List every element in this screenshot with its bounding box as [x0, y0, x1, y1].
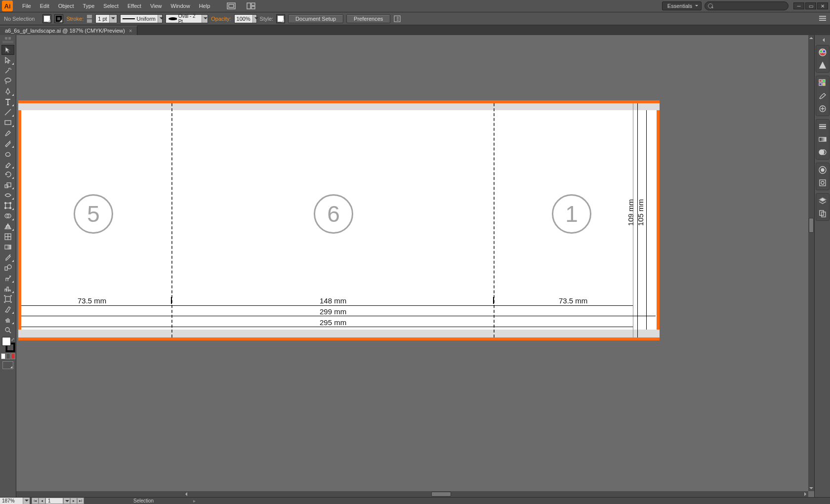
zoom-tool[interactable]: [1, 325, 14, 335]
zoom-field[interactable]: 187%: [0, 498, 23, 504]
symbol-sprayer-tool[interactable]: [1, 273, 14, 283]
gradient-panel-icon[interactable]: [817, 134, 828, 144]
vertical-scrollbar[interactable]: [808, 35, 814, 491]
align-to-button[interactable]: [393, 14, 403, 23]
close-tab-icon[interactable]: ×: [129, 28, 132, 34]
lasso-tool[interactable]: [1, 76, 14, 86]
color-guide-panel-icon[interactable]: [817, 60, 828, 70]
brush-definition[interactable]: Oval - 2 Pt.: [166, 14, 208, 23]
draw-mode-buttons[interactable]: [1, 353, 15, 359]
svg-point-13: [5, 203, 6, 204]
menu-select[interactable]: Select: [99, 0, 123, 12]
graphic-styles-panel-icon[interactable]: [817, 178, 828, 188]
transparency-panel-icon[interactable]: [817, 147, 828, 157]
dock-collapse-icon[interactable]: [820, 38, 825, 42]
document-tab[interactable]: a6_6s_gf_landscape.ai @ 187% (CMYK/Previ…: [0, 26, 137, 35]
eyedropper-tool[interactable]: [1, 252, 14, 262]
app-logo: Ai: [2, 0, 13, 11]
graphic-style-swatch[interactable]: [276, 14, 285, 23]
artboard-dropdown[interactable]: [63, 498, 70, 504]
magic-wand-tool[interactable]: [1, 66, 14, 76]
menu-window[interactable]: Window: [166, 0, 195, 12]
status-bar: 187% I◂ ◂ 1 ▸ ▸I Selection ▸: [0, 497, 830, 504]
artboard-last-button[interactable]: ▸I: [77, 498, 84, 504]
column-graph-tool[interactable]: [1, 284, 14, 294]
layers-panel-icon[interactable]: [817, 196, 828, 206]
svg-point-22: [7, 265, 11, 269]
toolbox-drag-grip[interactable]: [2, 41, 13, 44]
window-close-button[interactable]: ✕: [817, 2, 828, 9]
gradient-tool[interactable]: [1, 242, 14, 252]
symbols-panel-icon[interactable]: [817, 104, 828, 114]
window-minimize-button[interactable]: ─: [793, 2, 804, 9]
rotate-tool[interactable]: [1, 169, 14, 179]
blob-brush-tool[interactable]: [1, 149, 14, 159]
preferences-button[interactable]: Preferences: [346, 14, 390, 23]
menu-object[interactable]: Object: [54, 0, 79, 12]
perspective-grid-tool[interactable]: [1, 221, 14, 231]
mesh-tool[interactable]: [1, 232, 14, 242]
document-setup-button[interactable]: Document Setup: [288, 14, 343, 23]
paintbrush-tool[interactable]: [1, 128, 14, 138]
arrange-docs-button[interactable]: [244, 1, 258, 10]
menu-help[interactable]: Help: [195, 0, 215, 12]
stroke-panel-icon[interactable]: [817, 122, 828, 131]
svg-point-15: [5, 208, 6, 209]
canvas[interactable]: 5 6 1 73.5 mm 148 mm 73.5 mm 299 mm 295 …: [16, 35, 808, 491]
slice-tool[interactable]: [1, 304, 14, 314]
direct-selection-tool[interactable]: [1, 55, 14, 65]
stroke-label: Stroke:: [66, 16, 83, 22]
menu-file[interactable]: File: [18, 0, 36, 12]
toolbox-collapse-grip[interactable]: [1, 36, 15, 40]
dimension-total-trim: 295 mm: [320, 318, 346, 327]
zoom-dropdown[interactable]: [23, 498, 30, 504]
artboard-tool[interactable]: [1, 294, 14, 304]
rectangle-tool[interactable]: [1, 118, 14, 127]
blend-tool[interactable]: [1, 263, 14, 273]
opacity-field[interactable]: 100%: [234, 14, 257, 23]
scale-tool[interactable]: [1, 180, 14, 190]
menu-view[interactable]: View: [146, 0, 166, 12]
dimension-total-bleed: 299 mm: [320, 307, 346, 316]
hand-tool[interactable]: [1, 315, 14, 325]
window-maximize-button[interactable]: ▭: [805, 2, 816, 9]
fill-swatch[interactable]: [42, 14, 51, 23]
eraser-tool[interactable]: [1, 159, 14, 169]
screen-mode-button[interactable]: [2, 361, 13, 369]
stroke-swatch[interactable]: [54, 14, 63, 23]
fill-stroke-control[interactable]: ⤢: [1, 337, 15, 352]
type-tool[interactable]: [1, 97, 14, 107]
search-input[interactable]: [705, 1, 788, 10]
menu-effect[interactable]: Effect: [123, 0, 146, 12]
pencil-tool[interactable]: [1, 138, 14, 148]
svg-rect-31: [823, 83, 825, 85]
swatches-panel-icon[interactable]: [817, 78, 828, 88]
workspace-switcher[interactable]: Essentials: [662, 1, 702, 10]
artboard-next-button[interactable]: ▸: [70, 498, 77, 504]
appearance-panel-icon[interactable]: [817, 165, 828, 175]
horizontal-scrollbar[interactable]: [16, 491, 808, 497]
bridge-button[interactable]: [224, 1, 238, 10]
artboard-number-field[interactable]: 1: [45, 498, 63, 504]
dimension-label: 73.5 mm: [559, 296, 587, 305]
pen-tool[interactable]: [1, 86, 14, 96]
selection-tool[interactable]: [1, 45, 14, 55]
menu-edit[interactable]: Edit: [36, 0, 54, 12]
free-transform-tool[interactable]: [1, 201, 14, 210]
svg-point-39: [821, 181, 824, 184]
artboards-panel-icon[interactable]: [817, 209, 828, 218]
svg-point-37: [821, 168, 824, 171]
artboard-prev-button[interactable]: ◂: [39, 498, 45, 504]
stroke-weight-stepper[interactable]: [86, 14, 92, 23]
menu-type[interactable]: Type: [79, 0, 99, 12]
width-tool[interactable]: [1, 190, 14, 200]
stroke-weight-field[interactable]: 1 pt: [95, 14, 117, 23]
variable-width-profile[interactable]: Uniform: [120, 14, 163, 23]
status-menu-icon[interactable]: ▸: [193, 498, 196, 504]
brushes-panel-icon[interactable]: [817, 91, 828, 101]
control-bar-menu-icon[interactable]: [815, 15, 826, 22]
color-panel-icon[interactable]: [817, 47, 828, 57]
shape-builder-tool[interactable]: [1, 211, 14, 221]
artboard-first-button[interactable]: I◂: [32, 498, 39, 504]
line-tool[interactable]: [1, 107, 14, 117]
